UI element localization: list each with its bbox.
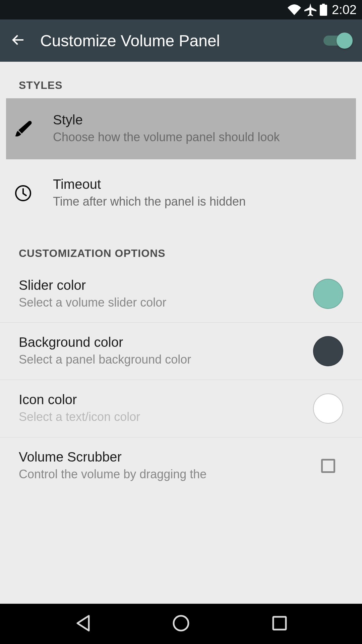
- nav-recent-icon[interactable]: [272, 615, 287, 632]
- icon-color-row[interactable]: Icon color Select a text/icon color: [0, 380, 362, 437]
- volume-scrubber-text: Volume Scrubber Control the volume by dr…: [19, 449, 321, 482]
- style-desc: Choose how the volume panel should look: [53, 129, 347, 145]
- timeout-desc: Time after which the panel is hidden: [53, 194, 353, 210]
- style-text-block: Style Choose how the volume panel should…: [53, 112, 347, 145]
- content-area: STYLES Style Choose how the volume panel…: [0, 62, 362, 494]
- back-arrow-icon[interactable]: [10, 32, 26, 49]
- background-color-text: Background color Select a panel backgrou…: [19, 335, 313, 368]
- slider-color-swatch[interactable]: [313, 279, 343, 309]
- background-color-desc: Select a panel background color: [19, 352, 313, 368]
- slider-color-row[interactable]: Slider color Select a volume slider colo…: [0, 266, 362, 323]
- brush-icon: [13, 119, 34, 138]
- toggle-thumb: [337, 33, 353, 49]
- style-title: Style: [53, 112, 347, 127]
- clock-icon: [13, 185, 34, 202]
- battery-icon: [320, 4, 327, 16]
- icon-color-swatch[interactable]: [313, 393, 343, 424]
- page-title: Customize Volume Panel: [40, 32, 308, 50]
- style-option-row[interactable]: Style Choose how the volume panel should…: [6, 98, 356, 159]
- nav-home-icon[interactable]: [172, 614, 190, 633]
- slider-color-desc: Select a volume slider color: [19, 295, 313, 311]
- volume-scrubber-title: Volume Scrubber: [19, 449, 321, 465]
- airplane-icon: [304, 3, 316, 16]
- background-color-row[interactable]: Background color Select a panel backgrou…: [0, 323, 362, 380]
- wifi-icon: [288, 4, 301, 15]
- icon-color-title: Icon color: [19, 392, 313, 407]
- timeout-title: Timeout: [53, 177, 353, 192]
- svg-rect-4: [273, 617, 286, 630]
- background-color-swatch[interactable]: [313, 336, 343, 366]
- svg-rect-0: [322, 4, 325, 5]
- volume-scrubber-checkbox[interactable]: [321, 459, 335, 473]
- status-bar: 2:02: [0, 0, 362, 19]
- background-color-title: Background color: [19, 335, 313, 350]
- slider-color-title: Slider color: [19, 278, 313, 293]
- svg-point-3: [174, 616, 188, 631]
- timeout-text-block: Timeout Time after which the panel is hi…: [53, 177, 353, 210]
- volume-scrubber-row[interactable]: Volume Scrubber Control the volume by dr…: [0, 437, 362, 494]
- volume-scrubber-desc: Control the volume by dragging the: [19, 467, 321, 482]
- nav-back-icon[interactable]: [75, 614, 90, 633]
- icon-color-text: Icon color Select a text/icon color: [19, 392, 313, 425]
- status-time: 2:02: [332, 3, 357, 17]
- customization-section-header: CUSTOMIZATION OPTIONS: [0, 227, 362, 266]
- icon-color-desc: Select a text/icon color: [19, 409, 313, 425]
- svg-rect-1: [320, 5, 327, 16]
- styles-section-header: STYLES: [0, 74, 362, 98]
- navigation-bar: [0, 604, 362, 644]
- slider-color-text: Slider color Select a volume slider colo…: [19, 278, 313, 311]
- master-toggle[interactable]: [322, 33, 352, 49]
- app-bar: Customize Volume Panel: [0, 19, 362, 62]
- timeout-option-row[interactable]: Timeout Time after which the panel is hi…: [0, 159, 362, 227]
